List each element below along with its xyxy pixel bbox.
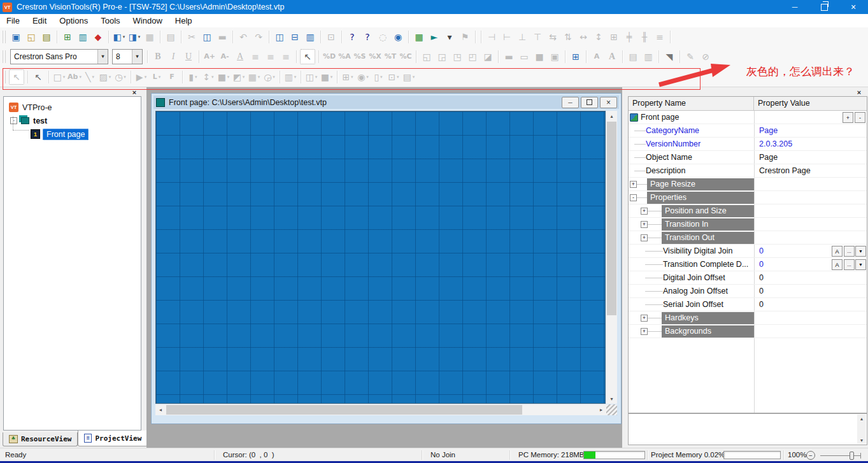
draw-line-button[interactable]: ╲▾ [83,70,97,84]
copy-join-5-button[interactable]: ◪ [481,50,495,64]
expander-collapsed-icon[interactable]: + [641,234,648,241]
project-panel-close-icon[interactable]: × [130,88,139,96]
style-pill-button[interactable]: ▬ [502,50,516,64]
style-square-button[interactable]: ▣ [548,50,562,64]
font-size-combo[interactable]: 8▾ [112,49,143,64]
properties-panel-close-icon[interactable]: × [855,88,864,96]
property-value[interactable]: 0 [759,273,764,282]
align-left-button[interactable]: ⊣ [485,30,499,44]
detail-scrollbar[interactable]: ▴ ▾ [857,415,866,444]
scroll-left-icon[interactable]: ◂ [155,404,166,415]
window-properties-button[interactable]: ▥ [303,30,317,44]
property-value[interactable]: 0 [759,300,764,309]
chevron-down-icon[interactable]: ▾ [227,75,230,80]
child-close-button[interactable]: × [600,97,617,108]
join-numbers-button[interactable]: ⊡ [324,30,338,44]
expand-all-button[interactable]: + [843,112,853,123]
pointer-tool-button[interactable]: ↖ [9,69,24,85]
page-editor-titlebar[interactable]: Front page: C:\Users\Admin\Desktop\test.… [153,96,619,109]
scroll-up-icon[interactable]: ▴ [606,111,617,121]
canvas-horizontal-scrollbar[interactable]: ◂ ▸ [155,404,606,415]
draw-keypad-button[interactable]: ⊞▾ [341,70,355,84]
debug-flag-button[interactable]: ⚑ [458,30,472,44]
tab-project-view[interactable]: ≡ ProjectView [78,431,148,446]
text-subpage-button[interactable]: ▥ [641,50,655,64]
chevron-down-icon[interactable]: ▾ [124,75,126,80]
toolbar-grip[interactable] [3,50,6,63]
draw-list-button[interactable]: ▤▾ [402,70,416,84]
shrink-font-button[interactable]: A- [218,50,232,64]
expander-collapsed-icon[interactable]: + [641,328,648,335]
cut-button[interactable]: ✂ [185,30,199,44]
column-header-name[interactable]: Property Name [629,97,754,110]
tree-expander-icon[interactable]: - [10,117,17,124]
open-project-button[interactable]: ◱ [24,30,38,44]
clear-joins-button[interactable]: %X [368,50,382,64]
scroll-right-icon[interactable]: ▸ [596,404,606,415]
align-top-button[interactable]: ⊤ [530,30,544,44]
window-cascade-button[interactable]: ◫ [273,30,287,44]
property-row-hardkeys[interactable]: +Hardkeys [629,311,867,325]
hardware-setup-button[interactable]: ▥ [76,30,90,44]
chevron-down-icon[interactable]: ▾ [123,34,125,39]
chevron-down-icon[interactable]: ▾ [294,75,297,80]
property-row-object-name[interactable]: Object NamePage [629,151,867,164]
expander-expanded-icon[interactable]: - [630,194,637,201]
menu-window[interactable]: Window [127,14,169,27]
web-info-button[interactable]: ◉ [391,30,405,44]
style-rect-button[interactable]: ■ [532,50,546,64]
chevron-down-icon[interactable]: ▾ [258,75,260,80]
join-analog-button[interactable]: A [832,246,843,257]
property-row-front-page[interactable]: Front page+- [629,111,867,124]
draw-color-chip-button[interactable]: ■▾ [320,70,334,84]
bold-button[interactable]: B [151,50,165,64]
property-row-backgrounds[interactable]: +Backgrounds [629,325,867,338]
undo-button[interactable]: ↶ [236,30,250,44]
property-value[interactable]: Crestron Page [759,166,811,175]
child-restore-button[interactable] [581,97,598,108]
subpage-view-button[interactable]: ◨▾ [127,30,141,44]
draw-multi-state-button[interactable]: ◩▾ [232,70,246,84]
draw-function-button[interactable]: F [165,70,179,84]
set-text-join-button[interactable]: %T [383,50,397,64]
chevron-down-icon[interactable]: ▾ [243,75,245,80]
style-rounded-rect-button[interactable]: ▭ [517,50,531,64]
print-button[interactable]: ▤ [164,30,178,44]
chevron-down-icon[interactable]: ▾ [315,75,318,80]
text-align-left-button[interactable]: ≡ [248,50,262,64]
chevron-down-icon[interactable]: ▾ [366,75,369,80]
text-large-button[interactable]: A [605,50,619,64]
chevron-down-icon[interactable]: ▾ [195,75,197,80]
property-value[interactable]: 0 [759,287,764,296]
draw-gauge-button[interactable]: ▮▾ [186,70,200,84]
view-program-tree-button[interactable]: ⊞ [60,30,75,44]
same-size-button[interactable]: ⊞ [607,30,621,44]
select-mode-button[interactable]: ↖ [300,49,315,64]
chevron-down-icon[interactable]: ▾ [79,75,82,80]
draw-thumbnail-button[interactable]: ▦▾ [247,70,261,84]
pen-tool-button[interactable]: ✎ [683,50,697,64]
chevron-down-icon[interactable]: ▾ [138,34,141,39]
align-bottom-button[interactable]: ⊥ [515,30,529,44]
expander-collapsed-icon[interactable]: + [630,181,637,188]
resize-grip[interactable] [606,404,617,415]
chevron-down-icon[interactable]: ▾ [380,75,383,80]
draw-device-button[interactable]: ▯▾ [371,70,385,84]
draw-video-button[interactable]: ▶▾ [134,70,148,84]
space-evenly-across-button[interactable]: ⇆ [546,30,560,44]
draw-image-button[interactable]: ▨▾ [98,70,112,84]
set-analog-join-button[interactable]: %A [338,50,352,64]
copy-join-3-button[interactable]: ◳ [450,50,464,64]
align-to-grid-button[interactable]: ≡ [653,30,667,44]
text-align-center-button[interactable]: ≡ [264,50,278,64]
menu-options[interactable]: Options [53,14,94,27]
menu-file[interactable]: File [0,14,26,27]
tree-item-root[interactable]: VT VTPro-e [4,101,141,114]
no-tool-button[interactable]: ⊘ [699,50,713,64]
horizontal-scroll-thumb[interactable] [166,405,522,415]
draw-slider-button[interactable]: ↕▾ [201,70,215,84]
underline-button[interactable]: U [181,50,196,64]
scroll-down-icon[interactable]: ▾ [606,394,617,404]
copy-join-2-button[interactable]: ◲ [435,50,449,64]
property-row-description[interactable]: DescriptionCrestron Page [629,164,867,178]
